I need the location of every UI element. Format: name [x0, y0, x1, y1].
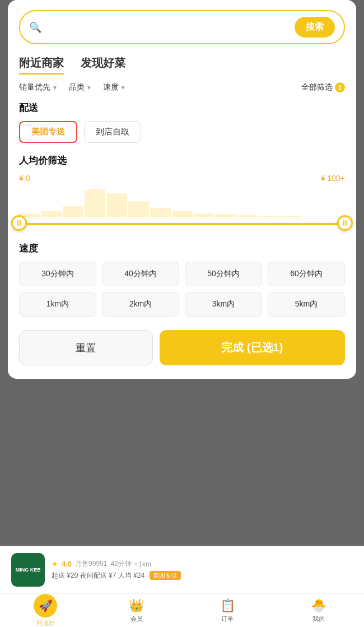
speed-section: 速度 30分钟内40分钟内50分钟内60分钟内1km内2km内3km内5km内	[19, 242, 345, 317]
slider-track	[19, 223, 345, 225]
tab-nearby[interactable]: 附近商家	[19, 55, 64, 75]
histogram-bar	[106, 193, 127, 217]
order-icon: 📋	[220, 598, 235, 613]
delivery-time: 42分钟	[110, 559, 131, 569]
speed-option-btn[interactable]: 3km内	[185, 292, 262, 317]
search-input[interactable]	[46, 21, 295, 34]
nav-item-member[interactable]: 👑 会员	[91, 598, 183, 623]
speed-option-btn[interactable]: 1km内	[19, 292, 96, 317]
tab-discover[interactable]: 发现好菜	[81, 55, 125, 75]
nav-item-home[interactable]: 🚀 回顶部	[0, 594, 91, 628]
bottom-actions: 重置 完成 (已选1)	[19, 330, 345, 365]
histogram-bar	[85, 189, 105, 217]
thumb-line	[346, 220, 347, 226]
filter-row: 销量优先 ▼ 品类 ▼ 速度 ▼ 全部筛选 1	[19, 82, 345, 92]
restaurant-logo: MING KEE	[11, 553, 45, 587]
delivery-details: 起送 ¥20 夜间配送 ¥7 人均 ¥24 美团专送	[52, 571, 353, 580]
speed-option-btn[interactable]: 2km内	[102, 292, 179, 317]
histogram-bar	[259, 216, 279, 217]
slider-thumb-left[interactable]	[11, 215, 27, 231]
distance: ≈1km	[135, 560, 151, 568]
chevron-down-icon: ▼	[52, 85, 58, 91]
tabs-row: 附近商家 发现好菜	[19, 55, 345, 75]
histogram-bar	[194, 213, 214, 217]
histogram-bar	[150, 208, 171, 217]
search-bar[interactable]: 🔍 搜索	[19, 10, 345, 44]
nav-label-member: 会员	[130, 615, 143, 623]
histogram	[19, 189, 345, 217]
speed-grid: 30分钟内40分钟内50分钟内60分钟内1km内2km内3km内5km内	[19, 262, 345, 317]
filter-panel: 🔍 搜索 附近商家 发现好菜 销量优先 ▼ 品类 ▼ 速度 ▼ 全部筛选 1 配…	[8, 0, 356, 379]
rocket-icon: 🚀	[34, 594, 57, 617]
chevron-down-icon: ▼	[86, 85, 92, 91]
histogram-bar	[41, 211, 62, 217]
slider-thumb-right[interactable]	[337, 215, 353, 231]
thumb-line	[17, 220, 18, 226]
speed-title: 速度	[19, 242, 345, 255]
delivery-options: 美团专送 到店自取	[19, 121, 345, 143]
reset-button[interactable]: 重置	[19, 330, 153, 365]
bottom-nav: 🚀 回顶部 👑 会员 📋 订单 🐣 我的	[0, 593, 364, 627]
nav-item-mine[interactable]: 🐣 我的	[273, 598, 365, 623]
histogram-bar	[302, 217, 323, 217]
confirm-button[interactable]: 完成 (已选1)	[160, 330, 345, 365]
nav-label-mine: 我的	[312, 615, 325, 623]
histogram-bar	[281, 216, 301, 217]
price-slider[interactable]	[19, 186, 345, 231]
filter-all[interactable]: 全部筛选 1	[301, 82, 345, 92]
speed-option-btn[interactable]: 5km内	[268, 292, 345, 317]
chevron-down-icon: ▼	[120, 85, 126, 91]
speed-option-btn[interactable]: 50分钟内	[185, 262, 262, 286]
price-section: 人均价筛选 ¥ 0 ¥ 100+	[19, 154, 345, 231]
filter-sort[interactable]: 销量优先 ▼	[19, 82, 58, 92]
speed-option-btn[interactable]: 40分钟内	[102, 262, 179, 286]
meituan-tag: 美团专送	[150, 571, 181, 580]
price-max-label: ¥ 100+	[321, 174, 345, 183]
filter-category[interactable]: 品类 ▼	[69, 82, 92, 92]
star-icon: ★	[52, 560, 58, 568]
price-title: 人均价筛选	[19, 154, 345, 167]
filter-badge: 1	[335, 82, 345, 92]
restaurant-info: ★ 4.0 月售99991 42分钟 ≈1km 起送 ¥20 夜间配送 ¥7 人…	[52, 559, 353, 580]
delivery-title: 配送	[19, 101, 345, 114]
histogram-bar	[237, 215, 258, 217]
thumb-lines-left	[17, 220, 21, 226]
restaurant-rating: ★ 4.0 月售99991 42分钟 ≈1km	[52, 559, 353, 569]
histogram-bar	[215, 214, 236, 217]
thumb-line	[343, 220, 344, 226]
search-icon: 🔍	[29, 21, 41, 34]
nav-item-order[interactable]: 📋 订单	[182, 598, 273, 623]
delivery-meituan-btn[interactable]: 美团专送	[19, 121, 77, 143]
histogram-bar	[63, 206, 83, 217]
mine-icon: 🐣	[311, 598, 326, 613]
thumb-lines-right	[343, 220, 347, 226]
delivery-pickup-btn[interactable]: 到店自取	[84, 121, 141, 143]
nav-label-order: 订单	[221, 615, 234, 623]
nav-label-home: 回顶部	[36, 619, 55, 628]
rating-number: 4.0	[62, 560, 72, 568]
restaurant-strip: MING KEE ★ 4.0 月售99991 42分钟 ≈1km 起送 ¥20 …	[0, 546, 364, 593]
filter-speed[interactable]: 速度 ▼	[103, 82, 126, 92]
thumb-line	[20, 220, 21, 226]
crown-icon: 👑	[129, 598, 144, 613]
speed-option-btn[interactable]: 60分钟内	[268, 262, 345, 286]
search-button[interactable]: 搜索	[295, 17, 335, 38]
histogram-bar	[172, 211, 193, 217]
order-count: 月售99991	[75, 559, 107, 569]
price-min-label: ¥ 0	[19, 174, 30, 183]
price-labels: ¥ 0 ¥ 100+	[19, 174, 345, 183]
speed-option-btn[interactable]: 30分钟内	[19, 262, 96, 286]
histogram-bar	[128, 201, 149, 217]
